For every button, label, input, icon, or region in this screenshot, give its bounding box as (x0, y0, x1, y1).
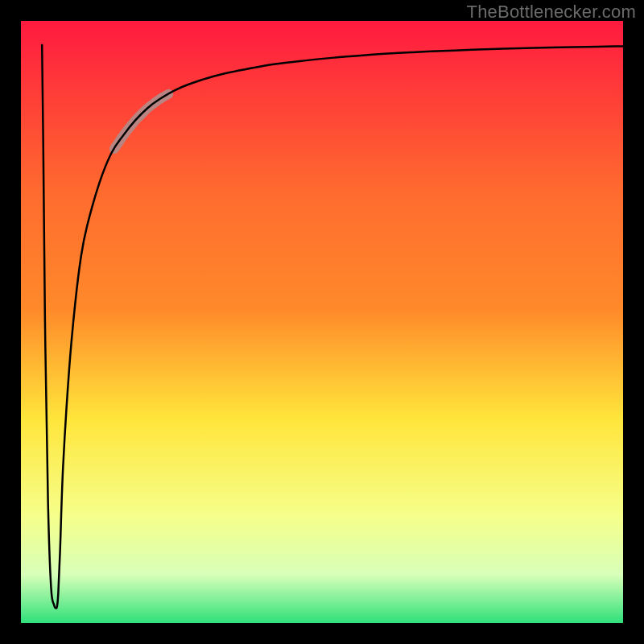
bottleneck-chart (0, 0, 644, 644)
plot-background-gradient (21, 21, 623, 623)
chart-stage: TheBottlenecker.com (0, 0, 644, 644)
watermark-text: TheBottlenecker.com (467, 2, 636, 23)
